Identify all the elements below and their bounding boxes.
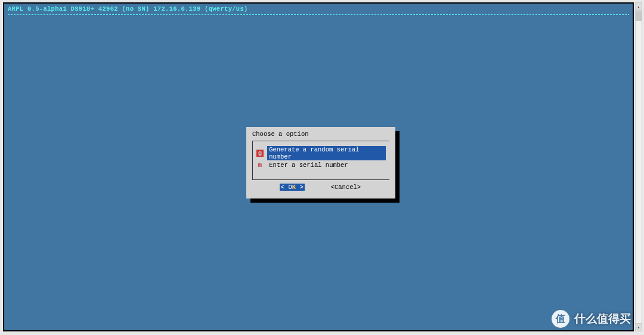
header-divider <box>8 14 629 15</box>
cancel-button[interactable]: <Cancel> <box>330 184 362 191</box>
option-marker: g <box>256 150 264 157</box>
ok-button[interactable]: < OK > <box>280 184 305 191</box>
dialog-options-box: g Generate a random serial number m Ente… <box>252 141 389 180</box>
option-enter-serial[interactable]: m Enter a serial number <box>256 162 386 169</box>
watermark: 值 什么值得买 <box>552 310 631 328</box>
option-marker: m <box>256 162 264 169</box>
watermark-badge-icon: 值 <box>552 310 569 328</box>
dialog-title: Choose a option <box>246 127 395 139</box>
scroll-down-arrow-icon[interactable]: ▾ <box>636 323 642 331</box>
option-dialog: Choose a option g Generate a random seri… <box>246 127 395 198</box>
status-line: ARPL 0.5-alpha1 DS918+ 42962 (no SN) 172… <box>4 4 633 14</box>
scroll-up-arrow-icon[interactable]: ▴ <box>636 3 642 11</box>
scrollbar[interactable]: ▴ ▾ <box>635 2 642 331</box>
scroll-thumb[interactable] <box>636 11 642 21</box>
terminal-window: ARPL 0.5-alpha1 DS918+ 42962 (no SN) 172… <box>3 2 634 331</box>
dialog-buttons: < OK > <Cancel> <box>246 184 395 191</box>
watermark-text: 什么值得买 <box>574 311 631 327</box>
option-label: Generate a random serial number <box>267 146 386 160</box>
option-label: Enter a serial number <box>267 162 349 169</box>
option-generate-serial[interactable]: g Generate a random serial number <box>256 146 386 160</box>
